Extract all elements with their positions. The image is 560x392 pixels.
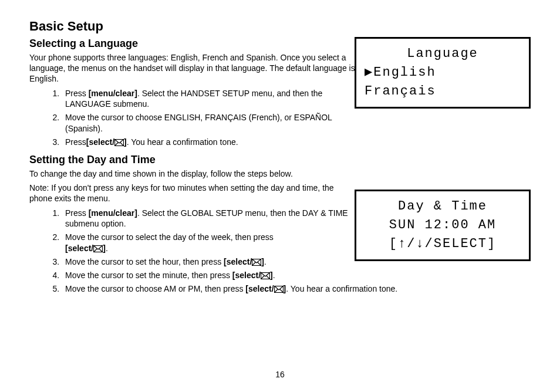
daytime-steps: Press [menu/clear]. Select the GLOBAL SE… (29, 208, 355, 295)
daytime-step-4: Move the cursor to set the minute, then … (62, 270, 355, 281)
select-button-label: [select/] (65, 244, 106, 253)
daytime-note: Note: If you don't press any keys for tw… (29, 183, 355, 204)
language-step-2: Move the cursor to choose ENGLISH, FRANÇ… (62, 112, 355, 134)
select-button-label: [select/] (86, 137, 127, 147)
left-column: Basic Setup Selecting a Language Your ph… (29, 19, 355, 295)
select-button-label: [select/] (232, 271, 273, 280)
daytime-step-5: Move the cursor to choose AM or PM, then… (62, 283, 552, 295)
daytime-intro: To change the day and time shown in the … (29, 168, 355, 179)
language-step-3: Press[select/]. You hear a confirmation … (62, 137, 355, 148)
lcd-line: Day & Time (365, 197, 521, 216)
lcd-line: ▶English (365, 63, 521, 82)
daytime-step-2: Move the cursor to select the day of the… (62, 232, 355, 254)
lcd-line: SUN 12:00 AM (365, 216, 521, 235)
lcd-line: Language (365, 45, 521, 63)
section-heading-daytime: Setting the Day and Time (29, 154, 355, 166)
section-heading-language: Selecting a Language (29, 38, 355, 50)
envelope-icon (261, 272, 270, 279)
lcd-line: Français (365, 82, 521, 101)
daytime-step-1: Press [menu/clear]. Select the GLOBAL SE… (62, 208, 355, 230)
language-step-1: Press [menu/clear]. Select the HANDSET S… (62, 88, 355, 110)
envelope-icon (252, 259, 261, 266)
select-button-label: [select/] (224, 257, 264, 266)
daytime-step-3: Move the cursor to set the hour, then pr… (62, 256, 355, 268)
lcd-daytime-screen: Day & Time SUN 12:00 AM [↑/↓/SELECT] (355, 190, 531, 261)
envelope-icon (274, 286, 284, 293)
envelope-icon (114, 139, 124, 146)
envelope-icon (93, 245, 103, 252)
page-number: 16 (0, 370, 560, 379)
language-intro: Your phone supports three languages: Eng… (29, 52, 355, 85)
lcd-language-screen: Language ▶English Français (355, 37, 531, 109)
page-title: Basic Setup (29, 19, 355, 34)
language-steps: Press [menu/clear]. Select the HANDSET S… (29, 88, 355, 148)
lcd-line: [↑/↓/SELECT] (365, 235, 521, 254)
select-button-label: [select/] (245, 284, 286, 293)
manual-page: Basic Setup Selecting a Language Your ph… (0, 0, 560, 392)
